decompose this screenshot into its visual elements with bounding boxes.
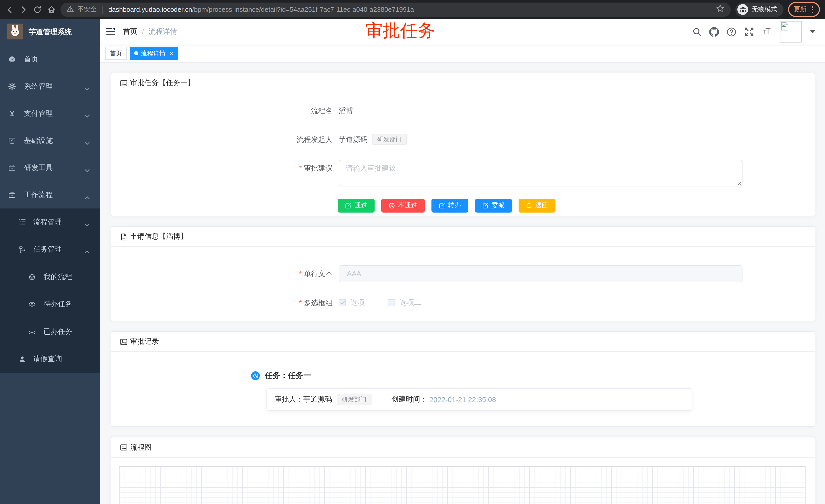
checkbox-label: 选项二: [400, 298, 421, 307]
update-label[interactable]: 更新: [794, 5, 807, 14]
sidebar-item-infrastructure[interactable]: 基础设施: [0, 127, 100, 154]
reload-icon[interactable]: [33, 5, 42, 14]
single-line-row: 单行文本 AAA: [111, 265, 815, 282]
card-title: 申请信息【滔博】: [130, 232, 188, 241]
approver-text: 审批人：芋道源码: [275, 395, 332, 404]
comment-textarea[interactable]: [339, 160, 743, 186]
process-name-row: 流程名 滔博: [111, 102, 815, 119]
forward-icon[interactable]: [19, 5, 28, 14]
chevron-down-icon: [85, 111, 90, 119]
sidebar-item-label: 任务管理: [33, 245, 62, 254]
dept-tag: 研发部门: [372, 134, 407, 145]
chevron-down-icon: [85, 220, 90, 229]
sidebar-item-workflow[interactable]: 工作流程: [0, 181, 100, 208]
app-logo-row[interactable]: 芋道管理系统: [0, 19, 100, 46]
comment-row: 审批建议: [111, 160, 815, 186]
created-value: 2022-01-21 22:35:08: [430, 396, 496, 404]
delegate-button[interactable]: 委派: [475, 199, 512, 213]
return-button[interactable]: 退回: [518, 199, 555, 213]
tab-home[interactable]: 首页: [105, 47, 127, 60]
browser-menu-button[interactable]: 更新: [788, 2, 820, 17]
sidebar-item-leave-query[interactable]: 请假查询: [0, 345, 100, 373]
dashboard-icon: [8, 55, 16, 63]
monitor-icon: [8, 137, 16, 145]
security-warning-icon: [67, 5, 74, 14]
checkbox-option-2[interactable]: 选项二: [388, 298, 421, 307]
card-header: 审批任务【任务一】: [111, 73, 815, 93]
tab-process-detail[interactable]: 流程详情 ✕: [130, 47, 178, 60]
card-header: 申请信息【滔博】: [111, 227, 815, 247]
field-label: 多选框组: [111, 295, 339, 311]
close-icon[interactable]: ✕: [169, 51, 174, 56]
breadcrumb-home[interactable]: 首页: [123, 27, 137, 36]
security-label[interactable]: 不安全: [77, 5, 96, 14]
browser-chrome: 不安全 dashboard.yudao.iocoder.cn/bpm/proce…: [0, 0, 825, 19]
sidebar-item-process-management[interactable]: 流程管理: [0, 208, 100, 236]
sidebar-item-label: 工作流程: [24, 190, 53, 199]
url-bar[interactable]: 不安全 dashboard.yudao.iocoder.cn/bpm/proce…: [61, 2, 731, 17]
approval-actions: 通过 不通过 转办 委: [338, 199, 815, 216]
chevron-down-icon: [85, 166, 90, 174]
sidebar-item-label: 支付管理: [24, 109, 53, 118]
checkbox-unchecked-icon: [388, 299, 395, 306]
checkbox-group-row: 多选框组 选项一 选项二: [111, 295, 815, 311]
sidebar-item-payment[interactable]: ¥ 支付管理: [0, 100, 100, 127]
bookmark-star-icon[interactable]: [716, 4, 725, 15]
eye-open-icon: [28, 301, 36, 308]
tab-label: 流程详情: [141, 49, 165, 58]
transfer-button[interactable]: 转办: [431, 199, 468, 213]
sidebar-item-label: 已办任务: [44, 327, 72, 337]
yen-icon: ¥: [8, 109, 16, 118]
card-title: 审批记录: [130, 337, 159, 346]
collapse-sidebar-icon[interactable]: [106, 28, 115, 36]
sidebar-item-label: 基础设施: [24, 136, 53, 145]
sidebar-item-my-process[interactable]: 我的流程: [0, 263, 100, 291]
field-label: 单行文本: [111, 265, 339, 282]
process-diagram-card: 流程图: [111, 437, 815, 504]
kebab-menu-icon[interactable]: [811, 6, 814, 13]
sidebar: 芋道管理系统 首页 系统管理 ¥ 支付管理: [0, 19, 100, 504]
gear-icon: [8, 82, 16, 90]
breadcrumb-current: 流程详情: [149, 27, 177, 36]
initiator-value: 芋道源码: [339, 131, 367, 148]
chevron-up-icon: [85, 193, 90, 201]
checkbox-option-1[interactable]: 选项一: [339, 298, 372, 307]
checkbox-label: 选项一: [351, 298, 372, 307]
timeline: 任务：任务一 审批人：芋道源码 研发部门 创建时间： 2022-01-21 22…: [111, 352, 815, 427]
reject-button[interactable]: 不通过: [381, 199, 425, 213]
sidebar-item-home[interactable]: 首页: [0, 46, 100, 73]
chevron-up-icon: [85, 248, 90, 256]
breadcrumb: 首页 / 流程详情: [123, 27, 177, 36]
font-size-icon[interactable]: TT: [761, 27, 771, 36]
tags-view-bar: 首页 流程详情 ✕: [100, 45, 825, 63]
fullscreen-icon[interactable]: [744, 27, 754, 36]
sidebar-item-label: 待办任务: [44, 300, 72, 309]
card-title: 流程图: [130, 443, 152, 452]
created-label: 创建时间：: [391, 395, 427, 404]
sidebar-item-label: 研发工具: [24, 163, 53, 172]
sidebar-item-dev-tools[interactable]: 研发工具: [0, 154, 100, 181]
avatar[interactable]: [780, 21, 802, 43]
picture-icon: [120, 79, 128, 87]
approval-task-card: 审批任务【任务一】 流程名 滔博 流程发起人 芋道源码 研发部门: [111, 73, 815, 216]
help-icon[interactable]: [727, 27, 736, 36]
chevron-down-icon: [85, 84, 90, 92]
github-icon[interactable]: [709, 27, 719, 36]
avatar-caret-icon[interactable]: [810, 30, 815, 33]
url-text[interactable]: dashboard.yudao.iocoder.cn/bpm/process-i…: [108, 6, 414, 13]
app-logo: [7, 23, 23, 41]
home-icon[interactable]: [47, 5, 56, 14]
active-dot-icon: [134, 51, 138, 55]
checkbox-group: 选项一 选项二: [339, 295, 421, 311]
single-line-input[interactable]: AAA: [339, 265, 743, 282]
back-icon[interactable]: [5, 5, 14, 14]
incognito-icon: [737, 4, 748, 15]
sidebar-item-done-tasks[interactable]: 已办任务: [0, 318, 100, 345]
sidebar-item-system[interactable]: 系统管理: [0, 73, 100, 100]
sidebar-item-task-management[interactable]: 任务管理: [0, 236, 100, 263]
search-icon[interactable]: [692, 27, 701, 36]
bpmn-diagram-canvas[interactable]: [119, 466, 806, 504]
sidebar-item-label: 流程管理: [33, 218, 62, 227]
approve-button[interactable]: 通过: [338, 199, 375, 213]
sidebar-item-todo-tasks[interactable]: 待办任务: [0, 291, 100, 318]
